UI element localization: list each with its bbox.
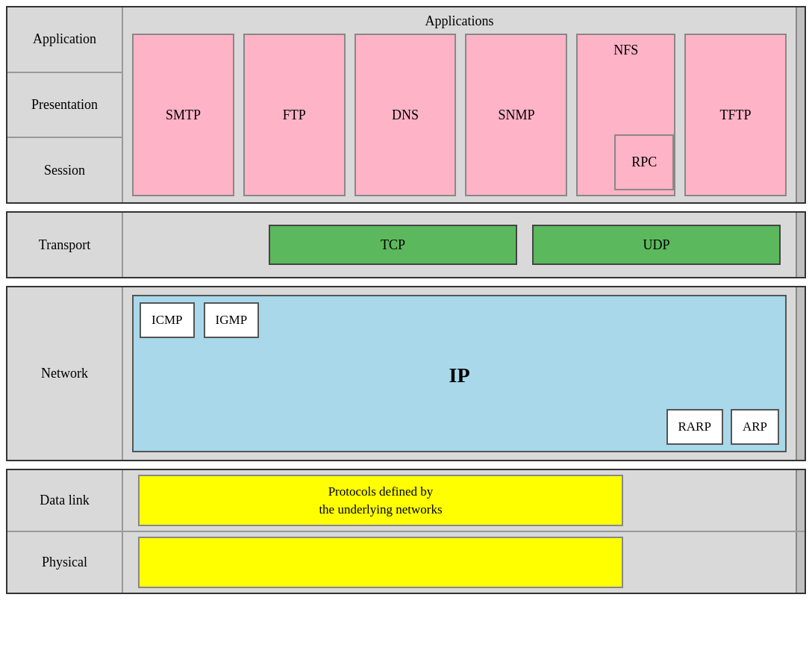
- datalink-label: Data link: [7, 470, 123, 531]
- tcp-box: TCP: [269, 225, 517, 265]
- smtp-box: SMTP: [132, 34, 234, 196]
- right-stripe-dl: [796, 470, 805, 531]
- udp-box: UDP: [532, 225, 781, 265]
- physical-label: Physical: [7, 532, 123, 593]
- application-label: Application: [7, 7, 122, 73]
- physical-row: Physical: [7, 532, 805, 593]
- network-block: Network ICMP IGMP IP RARP ARP: [6, 286, 806, 461]
- right-stripe-app: [796, 7, 805, 202]
- right-stripe-transport: [796, 213, 805, 277]
- app-pres-session-block: Application Presentation Session Applica…: [6, 6, 806, 204]
- transport-block: Transport TCP UDP: [6, 211, 806, 278]
- physical-content: [123, 532, 796, 593]
- network-content: ICMP IGMP IP RARP ARP: [123, 287, 796, 460]
- transport-content: TCP UDP: [123, 213, 796, 277]
- protocols-row: SMTP FTP DNS SNMP NFS RPC TFTP: [132, 34, 787, 196]
- datalink-row: Data link Protocols defined bythe underl…: [7, 470, 805, 532]
- layer-labels-app: Application Presentation Session: [7, 7, 123, 202]
- network-label: Network: [7, 287, 123, 460]
- physical-yellow-box: [138, 537, 623, 588]
- rarp-arp-row: RARP ARP: [140, 409, 779, 445]
- arp-box: ARP: [731, 409, 779, 445]
- rarp-box: RARP: [666, 409, 723, 445]
- nfs-rpc-container: NFS RPC: [576, 34, 675, 196]
- igmp-box: IGMP: [204, 302, 260, 338]
- presentation-label: Presentation: [7, 73, 122, 139]
- transport-label: Transport: [7, 213, 123, 277]
- datalink-content: Protocols defined bythe underlying netwo…: [123, 470, 796, 531]
- ip-area: ICMP IGMP IP RARP ARP: [132, 295, 787, 452]
- network-diagram: Application Presentation Session Applica…: [0, 0, 812, 668]
- tftp-box: TFTP: [684, 34, 787, 196]
- right-stripe-phys: [796, 532, 805, 593]
- protocols-defined-box: Protocols defined bythe underlying netwo…: [138, 475, 623, 526]
- rpc-box: RPC: [614, 134, 674, 190]
- icmp-igmp-row: ICMP IGMP: [140, 302, 779, 338]
- applications-title: Applications: [132, 13, 787, 29]
- snmp-box: SNMP: [465, 34, 567, 196]
- right-stripe-network: [796, 287, 805, 460]
- app-content: Applications SMTP FTP DNS SNMP NFS RPC T…: [123, 7, 796, 202]
- session-label: Session: [7, 138, 122, 202]
- ftp-box: FTP: [243, 34, 346, 196]
- datalink-physical-block: Data link Protocols defined bythe underl…: [6, 469, 806, 594]
- nfs-box: NFS RPC: [576, 34, 675, 196]
- ip-label: IP: [140, 344, 779, 406]
- icmp-box: ICMP: [140, 302, 195, 338]
- dns-box: DNS: [355, 34, 457, 196]
